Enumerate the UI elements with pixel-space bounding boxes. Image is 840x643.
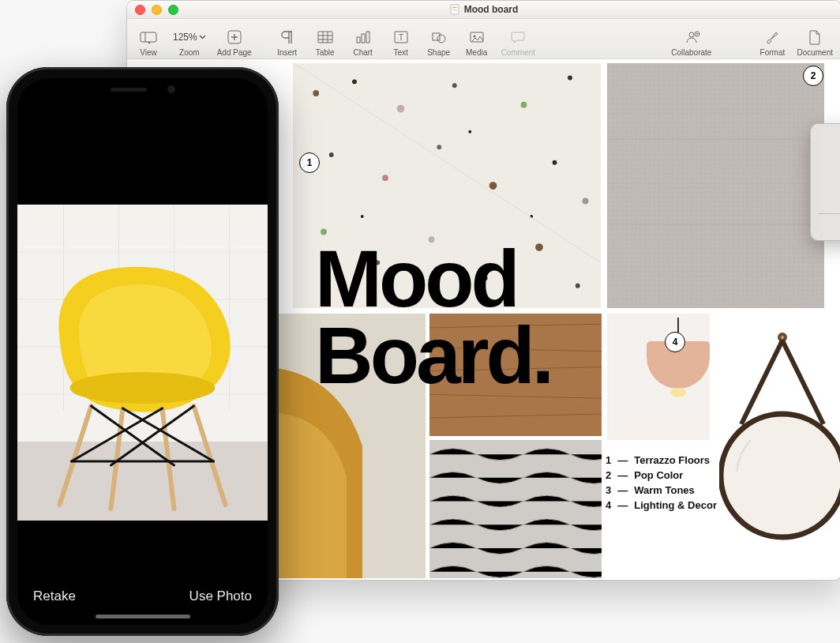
svg-rect-82	[17, 442, 268, 521]
lamp-icon	[639, 318, 710, 397]
svg-rect-15	[362, 34, 365, 43]
svg-rect-65	[429, 440, 602, 578]
document-tool-icon	[808, 28, 822, 47]
text-icon: T	[393, 28, 409, 47]
window-titlebar[interactable]: Mood board	[127, 1, 840, 19]
continuity-camera-popover: Take a photo with "Derek's iPhone" Cance…	[810, 123, 840, 241]
popover-line-2: "Derek's iPhone"	[819, 194, 840, 206]
callout-2[interactable]: 2	[803, 66, 823, 86]
text-button[interactable]: T Text	[388, 21, 414, 57]
svg-point-34	[329, 152, 334, 157]
svg-point-36	[437, 145, 441, 149]
svg-rect-16	[366, 32, 369, 43]
svg-point-45	[576, 284, 580, 288]
legend-row: 3—Warm Tones	[606, 484, 717, 496]
chart-label: Chart	[353, 48, 372, 57]
home-indicator[interactable]	[96, 615, 190, 619]
toolbar: View 125% Zoom Add Page Insert	[127, 19, 840, 59]
table-button[interactable]: Table	[312, 21, 339, 57]
speaker-icon	[111, 88, 147, 92]
svg-rect-14	[357, 37, 360, 43]
media-label: Media	[466, 48, 487, 57]
zoom-value: 125%	[173, 32, 197, 43]
svg-text:T: T	[399, 33, 403, 42]
retake-button[interactable]: Retake	[33, 588, 76, 604]
paragraph-icon	[280, 28, 294, 47]
iphone-screen: Retake Use Photo	[17, 78, 268, 625]
use-photo-button[interactable]: Use Photo	[189, 588, 252, 604]
svg-point-39	[583, 198, 589, 205]
text-label: Text	[393, 48, 407, 57]
chart-button[interactable]: Chart	[350, 21, 377, 57]
view-button[interactable]: View	[135, 21, 162, 57]
svg-point-37	[489, 182, 497, 190]
format-button[interactable]: Format	[759, 21, 786, 57]
callout-1[interactable]: 1	[299, 152, 320, 173]
format-label: Format	[760, 48, 786, 57]
svg-point-20	[437, 35, 445, 43]
mirror-icon	[719, 322, 839, 558]
svg-rect-2	[452, 9, 457, 9]
insert-label: Insert	[277, 48, 297, 57]
legend-row: 4—Lighting & Decor	[606, 499, 717, 511]
comment-button: Comment	[501, 21, 535, 57]
svg-point-22	[473, 36, 475, 38]
svg-rect-4	[141, 32, 156, 42]
svg-rect-9	[318, 32, 332, 43]
iphone-notch	[76, 78, 210, 100]
insert-button[interactable]: Insert	[274, 21, 301, 57]
shape-label: Shape	[427, 48, 450, 57]
iphone-device: Retake Use Photo	[6, 67, 279, 636]
window-title: Mood board	[127, 4, 840, 15]
svg-point-35	[382, 175, 388, 181]
svg-point-31	[452, 83, 457, 88]
svg-rect-52	[607, 63, 824, 308]
cancel-button[interactable]: Cancel	[819, 213, 840, 235]
plus-icon	[227, 28, 242, 47]
document-icon	[450, 4, 459, 15]
add-page-button[interactable]: Add Page	[217, 21, 252, 57]
chart-icon	[355, 28, 371, 47]
collaborate-icon	[683, 28, 700, 47]
svg-rect-19	[433, 33, 440, 40]
comment-icon	[510, 28, 526, 47]
document-button[interactable]: Document	[797, 21, 833, 57]
brush-icon	[764, 28, 780, 47]
svg-point-69	[781, 336, 784, 339]
legend-row: 2—Pop Color	[606, 469, 717, 481]
collaborate-label: Collaborate	[671, 48, 711, 57]
svg-point-29	[352, 79, 357, 84]
window-title-text: Mood board	[464, 4, 519, 15]
svg-point-28	[313, 90, 319, 96]
svg-rect-3	[452, 10, 457, 11]
camera-preview[interactable]	[17, 205, 268, 521]
table-label: Table	[316, 48, 335, 57]
chevron-down-icon	[199, 35, 206, 39]
image-concrete[interactable]	[607, 63, 824, 308]
zoom-button[interactable]: 125% Zoom	[173, 21, 206, 57]
popover-line-1: Take a photo with	[819, 181, 840, 194]
callout-4[interactable]: 4	[665, 332, 685, 352]
document-title[interactable]: Mood Board.	[315, 241, 551, 394]
legend-row: 1—Terrazzo Floors	[606, 454, 717, 466]
svg-point-46	[361, 215, 364, 218]
svg-point-38	[553, 160, 557, 165]
title-line-2: Board.	[315, 318, 551, 394]
shape-button[interactable]: Shape	[426, 21, 452, 57]
media-button[interactable]: Media	[463, 21, 490, 57]
view-icon	[140, 28, 157, 47]
svg-point-33	[568, 76, 572, 81]
svg-point-30	[397, 105, 405, 113]
phone-icon	[819, 137, 840, 175]
shape-icon	[431, 28, 447, 47]
svg-rect-1	[452, 7, 457, 8]
collaborate-button[interactable]: Collaborate	[671, 21, 711, 57]
legend-list[interactable]: 1—Terrazzo Floors 2—Pop Color 3—Warm Ton…	[606, 454, 717, 514]
svg-point-70	[721, 414, 840, 537]
svg-point-83	[70, 372, 216, 404]
image-fur[interactable]	[429, 440, 602, 578]
table-icon	[317, 28, 333, 47]
media-icon	[469, 28, 485, 47]
add-page-label: Add Page	[217, 48, 252, 57]
svg-point-32	[521, 102, 527, 108]
